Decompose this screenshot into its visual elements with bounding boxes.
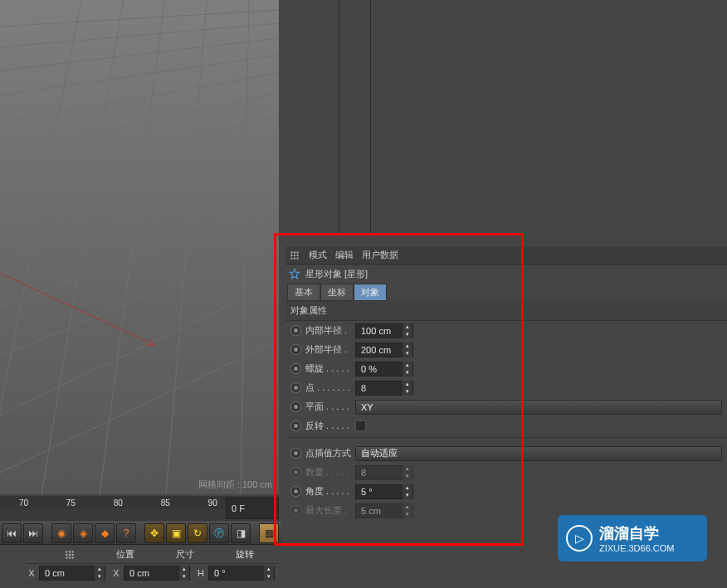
input-scale-x[interactable]: 0 cm▴▾ [124,566,190,581]
label-maxlength: 最大长度 . [305,504,355,517]
prop-bullet-icon [290,505,301,516]
axis-h-label: H [196,568,206,578]
input-points[interactable]: 8 ▴▾ [355,381,413,396]
menu-edit[interactable]: 编辑 [335,249,354,261]
prop-bullet-icon[interactable] [290,448,301,459]
autokey-icon[interactable]: ◈ [73,523,93,543]
toolbar: ⏮ ⏭ ◉ ◈ ◆ ? ✥ ▣ ↻ Ⓟ ◨ ▦ [0,522,282,545]
input-twist[interactable]: 0 % ▴▾ [355,362,413,377]
header-position: 位置 [100,548,159,561]
label-plane: 平面 . . . . . [305,401,355,413]
axis-x-label: X [111,568,121,578]
section-title: 对象属性 [285,301,727,321]
grip-icon [289,250,300,261]
svg-point-25 [290,254,292,255]
svg-point-33 [71,551,73,552]
extra-tool-icon[interactable]: ▦ [259,523,279,543]
record-icon[interactable]: ◉ [51,523,71,543]
svg-point-22 [290,251,292,253]
svg-point-26 [294,254,295,255]
svg-point-37 [66,556,67,558]
svg-point-39 [71,556,73,558]
watermark-badge: ▷ 溜溜自学 ZIXUE.3D66.COM [558,515,707,561]
play-icon: ▷ [566,525,593,552]
input-outer-radius[interactable]: 200 cm ▴▾ [355,343,413,357]
svg-point-38 [69,556,71,558]
svg-point-29 [294,257,295,259]
prop-bullet-icon [290,467,301,478]
menu-user-data[interactable]: 用户数据 [362,249,398,261]
move-icon[interactable]: ✥ [144,523,164,543]
prop-bullet-icon[interactable] [290,325,301,336]
svg-point-34 [66,553,67,555]
grip-icon [32,549,91,561]
svg-point-36 [71,553,73,555]
label-twist: 螺旋 . . . . . [305,362,355,375]
prop-bullet-icon[interactable] [290,401,301,412]
prop-bullet-icon[interactable] [290,382,301,393]
svg-point-30 [296,257,298,259]
dropdown-interp[interactable]: 自动适应 [355,446,722,461]
svg-point-27 [296,254,298,255]
checkbox-reverse[interactable] [355,420,366,431]
svg-point-28 [290,257,292,259]
label-points: 点 . . . . . . . [305,381,355,394]
watermark-title: 溜溜自学 [599,523,674,543]
header-scale: 尺寸 [159,548,219,561]
svg-point-31 [66,551,67,552]
tab-basic[interactable]: 基本 [287,284,320,301]
prop-bullet-icon[interactable] [290,486,301,497]
label-inner-radius: 内部半径 . [305,324,355,337]
attr-header: 模式 编辑 用户数据 [285,246,727,265]
label-angle: 角度 . . . . . [305,485,355,498]
input-inner-radius[interactable]: 100 cm ▴▾ [355,323,413,338]
dropdown-plane[interactable]: XY [355,400,722,415]
object-title-row: 星形对象 [星形] [285,265,727,283]
coordinates-panel: 位置 尺寸 旋转 X 0 cm▴▾ X 0 cm▴▾ H 0 °▴▾ [27,546,279,586]
svg-point-23 [294,251,295,253]
pla-icon[interactable]: ◨ [231,523,251,543]
object-title: 星形对象 [星形] [305,268,368,280]
viewport-3d[interactable]: 网格间距 : 100 cm [0,0,279,494]
watermark-sub: ZIXUE.3D66.COM [599,543,674,553]
input-number: 8 ▴▾ [355,465,413,480]
attr-tabs: 基本 坐标 对象 [285,283,727,301]
input-rot-h[interactable]: 0 °▴▾ [208,566,275,581]
goto-end-icon[interactable]: ⏭ [23,523,43,543]
attribute-manager: 模式 编辑 用户数据 星形对象 [星形] 基本 坐标 对象 对象属性 内部半径 … [285,246,727,528]
input-angle[interactable]: 5 ° ▴▾ [355,484,413,499]
scale-icon[interactable]: ▣ [166,523,186,543]
param-icon[interactable]: Ⓟ [209,523,229,543]
label-outer-radius: 外部半径 . [305,343,355,356]
axis-x-label: X [27,568,37,578]
svg-point-32 [69,551,71,552]
star-icon [289,268,300,279]
current-frame-field[interactable]: 0 F [226,498,279,519]
label-reverse: 反转 . . . . . [305,420,355,432]
header-rotation: 旋转 [219,548,279,561]
right-panel-top [279,0,727,235]
svg-point-24 [296,251,298,253]
grid-info-label: 网格间距 : 100 cm [198,479,272,491]
keyframe-icon[interactable]: ◆ [95,523,115,543]
menu-mode[interactable]: 模式 [309,249,327,261]
tab-object[interactable]: 对象 [354,284,387,301]
tab-coord[interactable]: 坐标 [320,284,354,301]
options-icon[interactable]: ? [116,523,136,543]
input-maxlength: 5 cm ▴▾ [355,503,413,518]
label-number: 数量 . . . . . [305,466,355,479]
input-pos-x[interactable]: 0 cm▴▾ [39,566,105,581]
svg-point-35 [69,553,71,555]
goto-start-icon[interactable]: ⏮ [2,523,22,543]
prop-bullet-icon[interactable] [290,344,301,355]
prop-bullet-icon[interactable] [290,363,301,374]
rotate-icon[interactable]: ↻ [188,523,207,543]
label-interp: 点插值方式 [305,447,355,459]
prop-bullet-icon[interactable] [290,420,301,431]
